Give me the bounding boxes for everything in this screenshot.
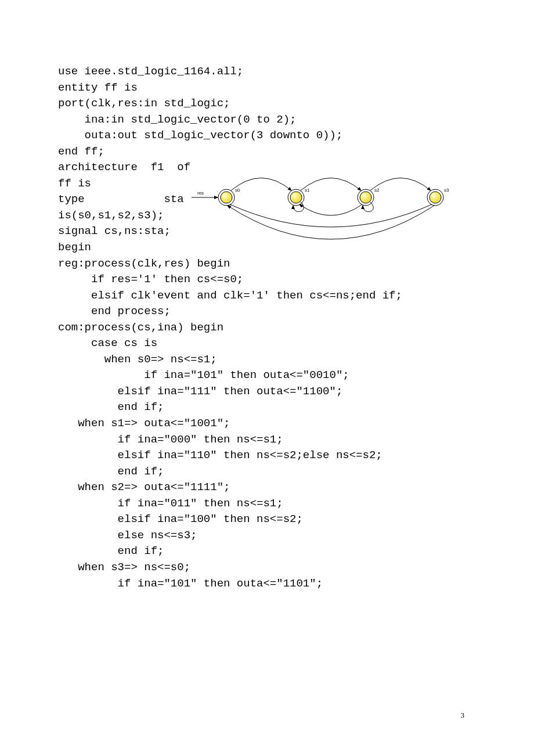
code-line: elsif ina="111" then outa<="1100";	[58, 384, 476, 400]
code-line: elsif clk'event and clk='1' then cs<=ns;…	[58, 288, 476, 304]
code-line: end if;	[58, 464, 476, 480]
code-line: end process;	[58, 304, 476, 320]
code-line: is(s0,s1,s2,s3);	[58, 208, 190, 224]
code-line: elsif ina="100" then ns<=s2;	[58, 512, 476, 528]
svg-text:s0: s0	[235, 188, 240, 193]
page-number: 3	[461, 710, 465, 721]
code-line: when s3=> ns<=s0;	[58, 560, 476, 576]
code-line: when s0=> ns<=s1;	[58, 352, 476, 368]
code-line: case cs is	[58, 336, 476, 352]
code-line: end ff;	[58, 144, 476, 160]
code-line: if ina="101" then outa<="0010";	[58, 368, 476, 384]
code-line: architecture f1 of	[58, 160, 190, 176]
code-line: signal cs,ns:sta;	[58, 224, 190, 240]
svg-point-11	[430, 192, 441, 203]
code-line: port(clk,res:in std_logic;	[58, 96, 476, 112]
code-line: else ns<=s3;	[58, 528, 476, 544]
svg-point-2	[221, 192, 232, 203]
svg-text:s3: s3	[444, 188, 449, 193]
code-line: end if;	[58, 399, 476, 416]
code-line: ff is	[58, 176, 190, 192]
svg-point-5	[290, 192, 302, 203]
code-line: entity ff is	[58, 80, 476, 96]
code-line: type sta	[58, 192, 190, 208]
state-s0: s0	[218, 188, 240, 206]
code-line: use ieee.std_logic_1164.all;	[58, 64, 476, 80]
code-line: end if;	[58, 543, 476, 560]
svg-text:s2: s2	[374, 188, 380, 193]
code-line: when s2=> outa<="1111";	[58, 480, 476, 496]
state-diagram: res s0 s1 s2 s3	[192, 168, 470, 267]
code-line: if ina="011" then ns<=s1;	[58, 496, 476, 512]
svg-text:s1: s1	[305, 188, 310, 193]
code-line: outa:out std_logic_vector(3 downto 0));	[58, 128, 476, 144]
code-line: elsif ina="110" then ns<=s2;else ns<=s2;	[58, 448, 476, 464]
code-line: ina:in std_logic_vector(0 to 2);	[58, 112, 476, 128]
code-line: when s1=> outa<="1001";	[58, 416, 476, 432]
code-line: if res='1' then cs<=s0;	[58, 272, 476, 288]
code-line: if ina="000" then ns<=s1;	[58, 432, 476, 448]
code-line: com:process(cs,ina) begin	[58, 320, 476, 336]
res-label: res	[197, 190, 204, 196]
code-line: if ina="101" then outa<="1101";	[58, 576, 476, 592]
svg-point-8	[360, 192, 371, 203]
